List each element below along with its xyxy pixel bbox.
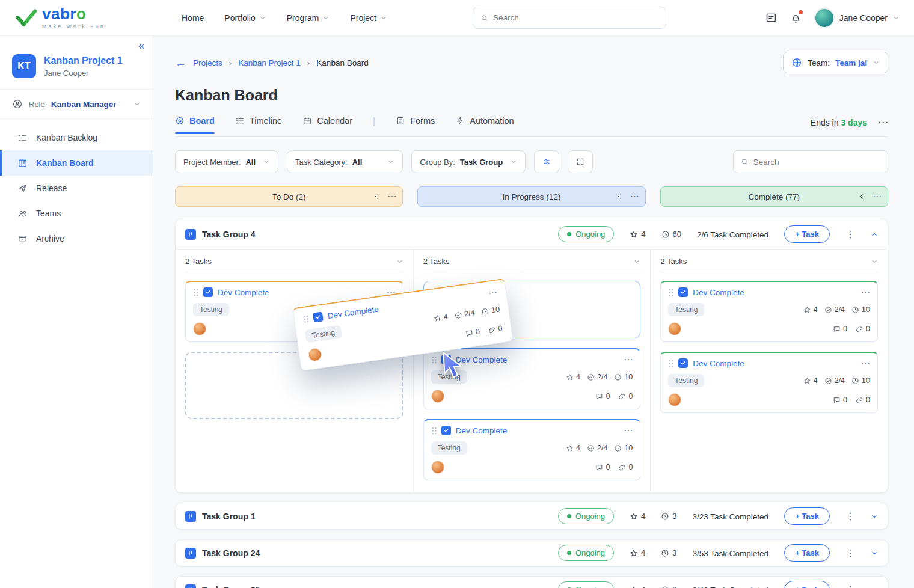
global-search-input[interactable] xyxy=(493,13,658,22)
task-menu[interactable]: ⋯ xyxy=(861,358,870,369)
assignee-avatar[interactable] xyxy=(307,347,322,362)
drag-handle-icon[interactable] xyxy=(193,288,198,297)
tabs-more-menu[interactable]: ⋯ xyxy=(878,116,888,129)
assignee-avatar[interactable] xyxy=(431,461,444,474)
status-badge[interactable]: Ongoing xyxy=(558,545,614,561)
task-group-24[interactable]: Task Group 24 Ongoing 4 3 3/53 Task Comp… xyxy=(175,539,888,566)
sidebar-item-kanban-backlog[interactable]: Kanban Backlog xyxy=(0,125,153,150)
drag-handle-icon[interactable] xyxy=(668,288,673,297)
star-icon[interactable] xyxy=(433,314,442,323)
nav-portfolio[interactable]: Portfolio xyxy=(224,13,266,23)
drop-zone[interactable] xyxy=(185,352,403,419)
task-menu[interactable]: ⋯ xyxy=(624,354,633,365)
drag-handle-icon[interactable] xyxy=(668,359,673,368)
task-category-filter[interactable]: Task Category: All xyxy=(287,150,403,173)
add-task-button[interactable]: + Task xyxy=(784,225,830,243)
task-card[interactable]: Dev Complete ⋯ Testing 4 2/4 10 xyxy=(660,352,878,413)
chevron-left-icon[interactable] xyxy=(858,193,865,200)
column-menu[interactable]: ⋯ xyxy=(630,191,639,202)
expand-group-icon[interactable] xyxy=(871,586,878,588)
task-title[interactable]: Dev Complete xyxy=(327,304,379,320)
add-task-button[interactable]: + Task xyxy=(784,544,830,562)
fullscreen-button[interactable] xyxy=(568,150,593,173)
star-icon[interactable] xyxy=(803,306,811,314)
column-header-complete[interactable]: Complete (77) ⋯ xyxy=(660,186,888,207)
nav-home[interactable]: Home xyxy=(182,13,204,23)
board-search-input[interactable] xyxy=(753,158,880,167)
star-icon[interactable] xyxy=(566,444,574,452)
tab-board[interactable]: Board xyxy=(175,116,215,133)
assignee-avatar[interactable] xyxy=(668,393,681,406)
group-by-filter[interactable]: Group By: Task Group xyxy=(411,150,526,173)
add-task-button[interactable]: + Task xyxy=(784,581,830,588)
tab-automation[interactable]: Automation xyxy=(455,116,514,133)
team-selector[interactable]: Team: Team jai xyxy=(783,52,888,73)
tab-timeline[interactable]: Timeline xyxy=(235,116,282,133)
star-icon[interactable] xyxy=(630,549,638,557)
breadcrumb-project[interactable]: Kanban Project 1 xyxy=(238,58,301,67)
sidebar-item-teams[interactable]: Teams xyxy=(0,201,153,226)
drag-handle-icon[interactable] xyxy=(302,314,309,323)
chevron-down-icon[interactable] xyxy=(871,258,878,265)
group-kebab-menu[interactable]: ⋮ xyxy=(845,547,855,559)
user-menu[interactable]: Jane Cooper xyxy=(814,8,900,28)
star-icon[interactable] xyxy=(566,373,574,381)
chevron-down-icon[interactable] xyxy=(396,258,403,265)
board-settings-button[interactable] xyxy=(534,150,559,173)
task-title[interactable]: Dev Complete xyxy=(218,288,269,297)
star-icon[interactable] xyxy=(630,512,638,521)
task-menu[interactable]: ⋯ xyxy=(861,287,870,298)
status-badge[interactable]: Ongoing xyxy=(558,508,614,524)
chevron-left-icon[interactable] xyxy=(616,193,623,200)
star-icon[interactable] xyxy=(803,377,811,385)
task-menu[interactable]: ⋯ xyxy=(624,425,633,436)
project-member-filter[interactable]: Project Member: All xyxy=(175,150,278,173)
feed-icon[interactable] xyxy=(765,11,778,24)
task-group-1[interactable]: Task Group 1 Ongoing 4 3 3/23 Task Compl… xyxy=(175,503,888,530)
back-arrow-icon[interactable]: ← xyxy=(175,57,186,69)
nav-program[interactable]: Program xyxy=(287,13,330,23)
paperclip-icon xyxy=(488,325,497,334)
sidebar-item-kanban-board[interactable]: Kanban Board xyxy=(0,150,153,176)
tab-calendar[interactable]: Calendar xyxy=(302,116,352,133)
breadcrumb-projects[interactable]: Projects xyxy=(193,58,222,67)
expand-group-icon[interactable] xyxy=(871,550,878,557)
column-menu[interactable]: ⋯ xyxy=(873,191,882,202)
column-menu[interactable]: ⋯ xyxy=(387,191,396,202)
task-title[interactable]: Dev Complete xyxy=(693,359,744,368)
drag-handle-icon[interactable] xyxy=(431,355,437,364)
task-card[interactable]: Dev Complete ⋯ Testing 4 2/4 10 xyxy=(423,419,641,480)
group-kebab-menu[interactable]: ⋮ xyxy=(845,510,855,522)
task-title[interactable]: Dev Complete xyxy=(693,288,744,297)
status-dot xyxy=(567,551,571,555)
role-selector[interactable]: Role Kanban Manager xyxy=(0,90,153,119)
column-header-todo[interactable]: To Do (2) ⋯ xyxy=(175,186,403,207)
task-group-65[interactable]: Task Group 65 Ongoing 4 3 3/43 Task Comp… xyxy=(175,576,888,588)
tab-forms[interactable]: Forms xyxy=(396,116,435,133)
drag-handle-icon[interactable] xyxy=(431,426,437,435)
add-task-button[interactable]: + Task xyxy=(784,507,830,525)
group-kebab-menu[interactable]: ⋮ xyxy=(845,584,855,588)
task-card[interactable]: Dev Complete ⋯ Testing 4 2/4 10 xyxy=(660,281,878,342)
sidebar-item-archive[interactable]: Archive xyxy=(0,226,153,251)
vabro-logo[interactable]: vabro Make Work Fun xyxy=(16,6,143,29)
chevron-down-icon[interactable] xyxy=(633,258,640,265)
task-title[interactable]: Dev Complete xyxy=(456,426,508,435)
notifications-bell-icon[interactable] xyxy=(790,11,802,24)
assignee-avatar[interactable] xyxy=(193,322,206,335)
star-icon[interactable] xyxy=(630,586,638,588)
star-icon[interactable] xyxy=(630,230,638,239)
status-badge[interactable]: Ongoing xyxy=(558,226,614,242)
nav-project[interactable]: Project xyxy=(350,13,387,23)
collapse-group-icon[interactable] xyxy=(871,231,878,238)
column-header-in-progress[interactable]: In Progress (12) ⋯ xyxy=(417,186,645,207)
sidebar-item-release[interactable]: Release xyxy=(0,176,153,201)
sidebar-collapse-icon[interactable]: « xyxy=(138,40,144,52)
chevron-left-icon[interactable] xyxy=(373,193,380,200)
task-menu[interactable]: ⋯ xyxy=(488,287,498,299)
group-kebab-menu[interactable]: ⋮ xyxy=(845,228,855,240)
expand-group-icon[interactable] xyxy=(871,513,878,520)
assignee-avatar[interactable] xyxy=(431,390,444,403)
assignee-avatar[interactable] xyxy=(668,322,681,335)
status-badge[interactable]: Ongoing xyxy=(558,581,614,588)
